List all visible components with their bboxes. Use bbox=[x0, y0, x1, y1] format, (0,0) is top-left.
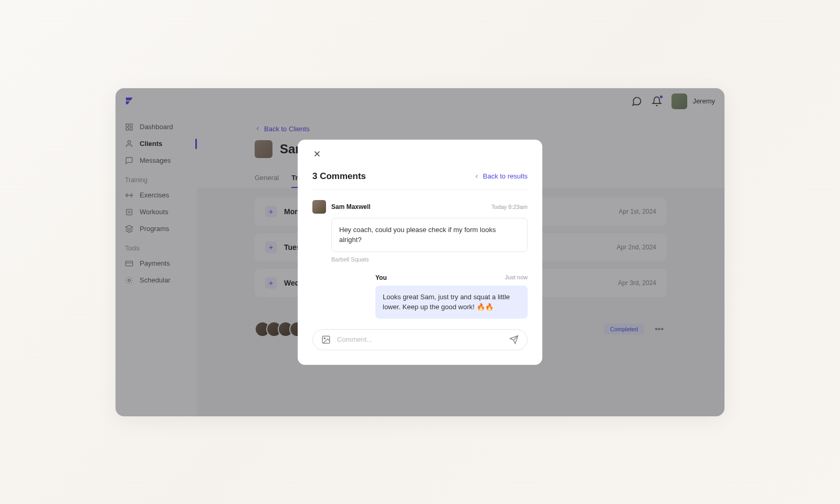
reply-author: You bbox=[375, 274, 387, 281]
modal-overlay[interactable]: 3 Comments Back to results Sam Maxwell T… bbox=[116, 88, 724, 416]
comment-avatar bbox=[312, 200, 326, 214]
app-window: Jeremy Dashboard Clients Messages Traini… bbox=[116, 88, 724, 416]
comments-modal: 3 Comments Back to results Sam Maxwell T… bbox=[298, 140, 542, 365]
back-results-label: Back to results bbox=[483, 172, 528, 180]
reply: You Just now Looks great Sam, just try a… bbox=[312, 274, 528, 319]
chevron-left-icon bbox=[474, 173, 480, 180]
reply-time: Just now bbox=[505, 274, 528, 281]
send-icon[interactable] bbox=[509, 335, 519, 344]
comment-text: Hey coach, could you please check if my … bbox=[331, 218, 528, 252]
divider bbox=[312, 189, 528, 190]
comment-input[interactable] bbox=[337, 335, 503, 343]
svg-point-14 bbox=[324, 338, 325, 339]
image-icon[interactable] bbox=[321, 335, 331, 344]
comment-tag: Barbell Squats bbox=[331, 256, 528, 262]
comment-author: Sam Maxwell bbox=[331, 203, 371, 211]
comment-input-container bbox=[312, 329, 528, 350]
close-button[interactable] bbox=[312, 149, 322, 161]
modal-header: 3 Comments Back to results bbox=[312, 171, 528, 182]
comment-time: Today 8:23am bbox=[491, 204, 528, 210]
back-to-results-link[interactable]: Back to results bbox=[474, 172, 528, 180]
close-icon bbox=[312, 149, 322, 159]
reply-text: Looks great Sam, just try and squat a li… bbox=[375, 286, 528, 319]
modal-title: 3 Comments bbox=[312, 171, 366, 182]
comment: Sam Maxwell Today 8:23am Hey coach, coul… bbox=[312, 200, 528, 262]
